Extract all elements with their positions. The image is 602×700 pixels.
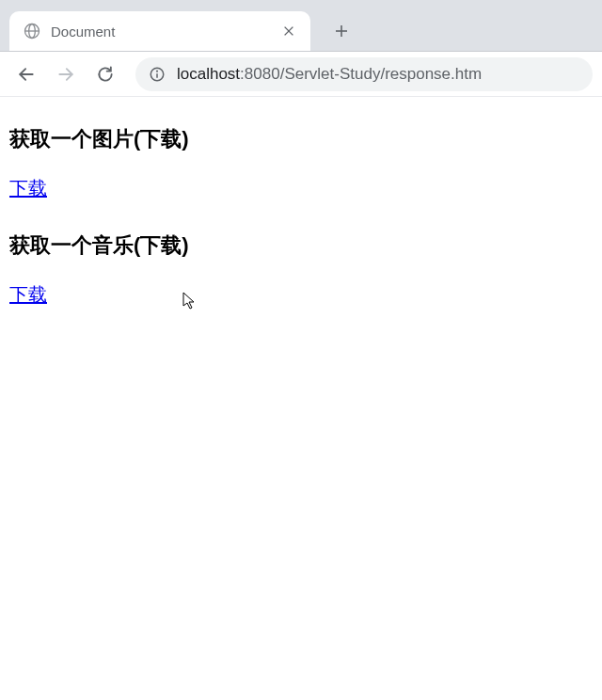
address-bar[interactable]: localhost:8080/Servlet-Study/response.ht…	[135, 57, 593, 91]
url-path: /Servlet-Study/response.htm	[280, 65, 482, 83]
heading-music-download: 获取一个音乐(下载)	[9, 231, 593, 260]
download-music-link[interactable]: 下载	[9, 282, 47, 308]
browser-toolbar: localhost:8080/Servlet-Study/response.ht…	[0, 52, 602, 97]
svg-point-11	[157, 71, 158, 72]
url-port: :8080	[240, 65, 280, 83]
heading-image-download: 获取一个图片(下载)	[9, 125, 593, 153]
forward-button[interactable]	[49, 57, 83, 91]
page-content: 获取一个图片(下载) 下载 获取一个音乐(下载) 下载	[0, 97, 602, 334]
url-text: localhost:8080/Servlet-Study/response.ht…	[177, 65, 482, 84]
tab-strip: Document	[0, 0, 602, 52]
tab-title: Document	[51, 24, 280, 40]
reload-button[interactable]	[88, 57, 122, 91]
globe-icon	[23, 22, 41, 40]
new-tab-button[interactable]	[327, 17, 356, 45]
back-button[interactable]	[9, 57, 43, 91]
url-host: localhost	[177, 65, 240, 83]
browser-tab[interactable]: Document	[9, 11, 310, 51]
download-image-link[interactable]: 下载	[9, 176, 47, 201]
close-icon[interactable]	[280, 23, 297, 40]
site-info-icon[interactable]	[149, 66, 166, 83]
